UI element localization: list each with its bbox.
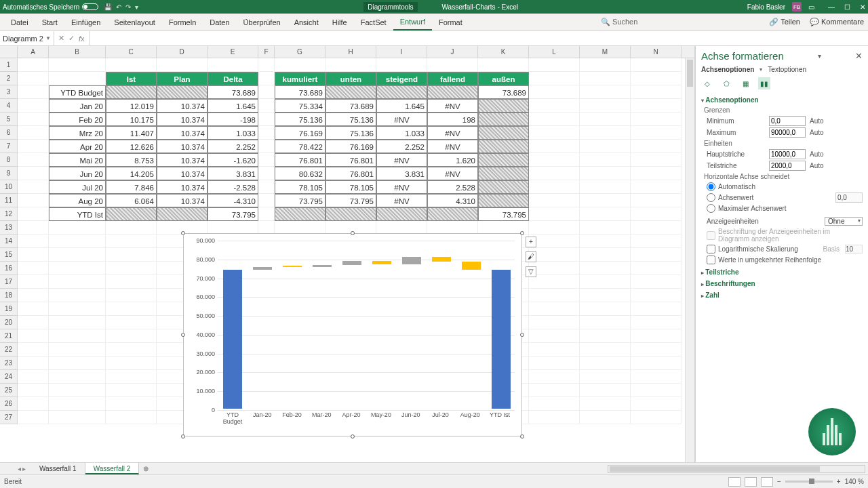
fill-line-icon[interactable]: ◇ — [701, 77, 713, 89]
cell[interactable]: Jan 20 — [49, 99, 106, 113]
cell[interactable] — [376, 207, 427, 221]
cell[interactable] — [631, 207, 682, 221]
cell[interactable] — [49, 384, 106, 397]
cell[interactable] — [18, 248, 49, 262]
cell[interactable]: 4.310 — [427, 194, 478, 207]
cell[interactable] — [580, 221, 631, 235]
save-icon[interactable]: 💾 — [104, 3, 112, 11]
cell[interactable] — [529, 343, 580, 357]
col-header[interactable]: G — [275, 46, 326, 58]
cell[interactable] — [529, 207, 580, 221]
row-header[interactable]: 13 — [0, 221, 18, 235]
cell[interactable] — [106, 275, 157, 289]
cell[interactable] — [529, 397, 580, 411]
cell[interactable] — [631, 85, 682, 99]
menu-einfügen[interactable]: Einfügen — [64, 14, 107, 30]
cell[interactable] — [580, 384, 631, 397]
menu-hilfe[interactable]: Hilfe — [326, 14, 354, 30]
cell[interactable] — [529, 72, 580, 85]
cell[interactable]: 2.252 — [376, 140, 427, 153]
input-minor[interactable] — [769, 161, 806, 171]
section-ticks[interactable]: Teilstriche — [701, 268, 863, 276]
row-header[interactable]: 4 — [0, 99, 18, 113]
tab-axis-options[interactable]: Achsenoptionen — [701, 66, 754, 73]
cell[interactable] — [631, 99, 682, 113]
cell[interactable] — [49, 235, 106, 248]
bar-fall[interactable] — [283, 266, 302, 267]
chevron-down-icon[interactable]: ▾ — [760, 66, 762, 73]
col-header[interactable]: F — [258, 46, 275, 58]
auto-maximum[interactable]: Auto — [810, 129, 824, 136]
cell[interactable]: 73.795 — [326, 194, 376, 207]
sheet-nav-next-icon[interactable]: ▸ — [22, 465, 26, 472]
cell[interactable]: 76.801 — [326, 167, 376, 180]
cell[interactable] — [631, 235, 682, 248]
cell[interactable] — [631, 397, 682, 411]
cell[interactable]: 75.334 — [275, 99, 326, 113]
cell[interactable] — [106, 370, 157, 384]
cell[interactable] — [631, 262, 682, 275]
cell[interactable] — [49, 262, 106, 275]
cell[interactable]: #NV — [376, 194, 427, 207]
cell[interactable]: 10.374 — [157, 194, 208, 207]
cell[interactable] — [529, 99, 580, 113]
cell[interactable]: 10.374 — [157, 140, 208, 153]
cell[interactable] — [478, 167, 529, 180]
cell[interactable] — [631, 180, 682, 194]
col-header[interactable]: K — [478, 46, 529, 58]
cell[interactable] — [529, 85, 580, 99]
cell[interactable] — [529, 248, 580, 262]
cell[interactable]: 10.374 — [157, 99, 208, 113]
cell[interactable] — [106, 262, 157, 275]
row-header[interactable]: 21 — [0, 329, 18, 343]
undo-icon[interactable]: ↶ — [116, 3, 121, 11]
cell[interactable]: 10.374 — [157, 126, 208, 140]
cell[interactable] — [376, 221, 427, 235]
cell[interactable] — [631, 411, 682, 424]
sheet-tab[interactable]: Wasserfall 1 — [31, 463, 85, 474]
cell[interactable]: Delta — [208, 72, 258, 85]
cell[interactable] — [631, 316, 682, 329]
cell[interactable] — [18, 85, 49, 99]
user-avatar[interactable]: FB — [792, 2, 802, 12]
cell[interactable] — [580, 329, 631, 343]
cell[interactable]: 10.374 — [157, 180, 208, 194]
cell[interactable] — [580, 248, 631, 262]
size-props-icon[interactable]: ▦ — [739, 77, 751, 89]
cell[interactable] — [631, 248, 682, 262]
spreadsheet-grid[interactable]: ABCDEFGHIJKLMN 12IstPlanDeltakumuliertun… — [0, 46, 695, 462]
bar-fall[interactable] — [372, 261, 391, 264]
cell[interactable] — [275, 207, 326, 221]
cell[interactable] — [580, 153, 631, 167]
close-icon[interactable]: ✕ — [860, 3, 865, 11]
share-button[interactable]: 🔗 Teilen — [769, 18, 800, 26]
row-header[interactable]: 26 — [0, 397, 18, 411]
col-header[interactable]: E — [208, 46, 258, 58]
cell[interactable] — [529, 329, 580, 343]
menu-ansicht[interactable]: Ansicht — [288, 14, 326, 30]
cell[interactable] — [49, 343, 106, 357]
cell[interactable] — [529, 58, 580, 72]
cell[interactable]: 1.645 — [376, 99, 427, 113]
cell[interactable] — [529, 113, 580, 126]
cell[interactable]: -4.310 — [208, 194, 258, 207]
cell[interactable] — [18, 180, 49, 194]
cell[interactable] — [529, 140, 580, 153]
cell[interactable] — [529, 275, 580, 289]
cell[interactable] — [18, 207, 49, 221]
cell[interactable] — [18, 289, 49, 302]
cell[interactable] — [258, 113, 275, 126]
cell[interactable] — [427, 85, 478, 99]
cell[interactable] — [258, 85, 275, 99]
cell[interactable] — [631, 153, 682, 167]
cell[interactable]: 73.689 — [326, 99, 376, 113]
cell[interactable]: steigend — [376, 72, 427, 85]
cell[interactable] — [258, 153, 275, 167]
pane-options-icon[interactable]: ▾ — [818, 52, 821, 60]
menu-datei[interactable]: Datei — [4, 14, 35, 30]
toggle-icon[interactable] — [82, 3, 98, 10]
cell[interactable] — [106, 384, 157, 397]
cell[interactable]: 8.753 — [106, 153, 157, 167]
cell[interactable] — [580, 289, 631, 302]
cell[interactable]: 73.689 — [275, 85, 326, 99]
